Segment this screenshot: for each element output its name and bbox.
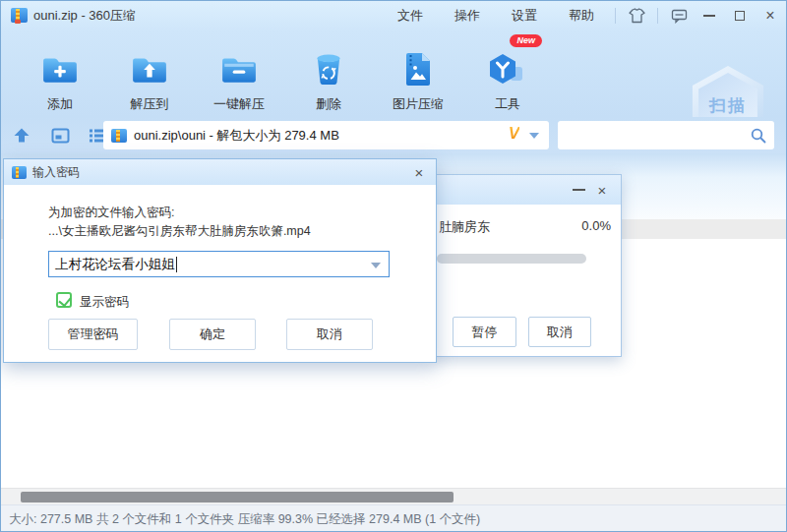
password-prompt: 为加密的文件输入密码: [48,205,174,221]
horizontal-scrollbar[interactable] [1,488,786,504]
path-bar[interactable]: ouni.zip\ouni - 解包大小为 279.4 MB V [103,121,549,149]
toolbar-one-click-extract-label: 一键解压 [213,95,265,113]
password-input[interactable]: 上村花论坛看小姐姐 [48,251,390,277]
text-caret [176,257,177,272]
progress-bar [437,254,586,264]
skin-shirt-icon[interactable] [627,6,646,26]
extracting-file-fragment: 肚腩房东 [439,218,490,236]
show-password-checkbox[interactable] [56,292,72,308]
zip-file-icon [111,129,127,143]
password-dialog: 输入密码 × 为加密的文件输入密码: ...\女主播欧尼酱勾引房东帮大肚腩房东吹… [3,158,437,363]
show-password-label: 显示密码 [80,294,129,311]
toolbar-one-click-extract-button[interactable]: 一键解压 [199,36,279,113]
maximize-icon[interactable] [730,6,750,26]
password-dialog-titlebar: 输入密码 × [4,159,436,185]
dialog-close-icon[interactable]: × [410,163,428,181]
extract-progress-dialog: × 肚腩房东 0.0% 暂停 取消 [432,174,622,357]
scrollbar-thumb[interactable] [21,492,454,502]
search-box [558,121,774,149]
manage-passwords-button[interactable]: 管理密码 [48,319,138,350]
statusbar: 大小: 277.5 MB 共 2 个文件和 1 个文件夹 压缩率 99.3% 已… [1,504,786,532]
minimize-icon[interactable] [699,6,719,26]
menu-help[interactable]: 帮助 [564,5,599,27]
progress-percent: 0.0% [581,218,611,233]
image-document-icon [403,44,433,93]
thumbnail-view-icon[interactable] [49,126,71,145]
password-value: 上村花论坛看小姐姐 [55,256,175,273]
toolbar-extract-to-label: 解压到 [131,95,169,113]
password-dialog-title: 输入密码 [32,164,80,181]
close-icon[interactable]: × [760,6,780,26]
toolbar-add-label: 添加 [47,95,73,113]
app-window: ouni.zip - 360压缩 文件 操作 设置 帮助 × [0,0,787,532]
window-title: ouni.zip - 360压缩 [33,7,136,25]
toolbar-add-button[interactable]: 添加 [20,36,100,113]
addressbar: ouni.zip\ouni - 解包大小为 279.4 MB V [1,117,786,153]
menu-file[interactable]: 文件 [393,5,428,27]
toolbar: 添加 解压到 [1,30,786,117]
search-input[interactable] [566,124,743,146]
toolbar-tools-label: 工具 [495,95,520,113]
titlebar: ouni.zip - 360压缩 文件 操作 设置 帮助 × [1,1,786,30]
folder-up-arrow-icon [131,44,168,93]
toolbar-delete-label: 删除 [316,95,341,113]
divider [657,8,658,24]
divider [615,8,616,24]
progress-cancel-button[interactable]: 取消 [528,317,591,347]
menubar: 文件 操作 设置 帮助 [393,1,599,30]
toolbar-image-compress-button[interactable]: 图片压缩 [378,36,458,113]
toolbar-delete-button[interactable]: 删除 [288,36,369,113]
path-text: ouni.zip\ouni - 解包大小为 279.4 MB [134,127,339,145]
ok-button[interactable]: 确定 [169,319,256,350]
app-zip-icon [11,8,28,23]
toolbar-image-compress-label: 图片压缩 [393,95,444,113]
dialog-minimize-icon[interactable] [573,189,585,191]
cancel-button[interactable]: 取消 [286,319,373,350]
scan-label: 扫描 [709,94,747,117]
tools-hexagon-icon [488,44,527,93]
trash-recycle-icon [313,44,344,93]
toolbar-tools-button[interactable]: New 工具 [467,36,548,113]
password-history-dropdown-icon[interactable] [371,263,381,268]
folder-plus-icon [41,44,79,93]
progress-dialog-titlebar: × [433,175,621,205]
toolbar-extract-to-button[interactable]: 解压到 [109,36,190,113]
vip-logo[interactable]: V [509,124,519,144]
dialog-close-icon[interactable]: × [593,181,611,199]
status-text: 大小: 277.5 MB 共 2 个文件和 1 个文件夹 压缩率 99.3% 已… [9,511,480,528]
folder-minus-icon [220,44,258,93]
feedback-icon[interactable] [669,6,689,26]
pause-button[interactable]: 暂停 [453,317,516,347]
zip-file-icon [12,166,27,179]
vip-dropdown-icon[interactable] [529,133,539,139]
new-badge: New [510,34,542,47]
menu-operation[interactable]: 操作 [450,5,485,27]
menu-settings[interactable]: 设置 [507,5,542,27]
encrypted-filename: ...\女主播欧尼酱勾引房东帮大肚腩房东吹箫.mp4 [48,223,311,240]
search-icon[interactable] [751,128,766,144]
up-level-icon[interactable] [11,126,32,145]
